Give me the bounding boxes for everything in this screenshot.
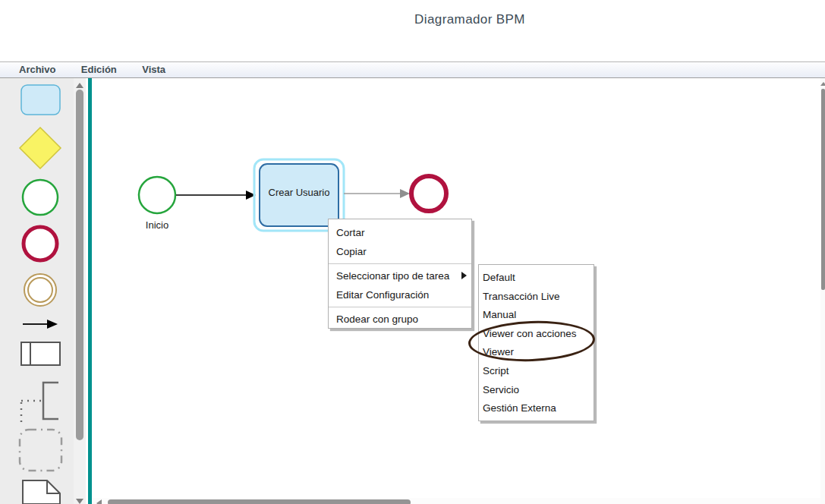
palette-scrollbar[interactable] bbox=[74, 78, 86, 504]
sequence-flow-2[interactable] bbox=[344, 189, 410, 198]
sequence-flow-arrowhead-icon bbox=[47, 320, 58, 329]
gateway-tool[interactable] bbox=[20, 128, 61, 169]
submenu-item-script[interactable]: Script bbox=[479, 362, 594, 381]
submenu-item-viewer-con-acciones[interactable]: Viewer con acciones bbox=[479, 325, 594, 344]
group-tool[interactable] bbox=[20, 430, 61, 471]
end-event-icon[interactable] bbox=[24, 227, 57, 260]
submenu-item-default[interactable]: Default bbox=[479, 269, 594, 288]
menu-bar: Archivo Edición Vista bbox=[0, 61, 825, 78]
task-tool[interactable] bbox=[21, 85, 60, 115]
context-menu: Cortar Copiar Seleccionar tipo de tarea … bbox=[328, 219, 472, 329]
canvas-vertical-scrollbar[interactable] bbox=[820, 78, 825, 504]
context-menu-item-seleccionar-tipo[interactable]: Seleccionar tipo de tarea bbox=[329, 266, 471, 285]
context-menu-item-editar-configuracion[interactable]: Editar Configuración bbox=[329, 285, 471, 304]
canvas-horizontal-scrollbar[interactable] bbox=[92, 498, 820, 504]
title-bar: Diagramador BPM bbox=[0, 0, 825, 61]
start-event-icon[interactable] bbox=[23, 180, 58, 215]
sequence-flow-tool[interactable] bbox=[23, 320, 58, 329]
intermediate-event-tool[interactable] bbox=[24, 274, 56, 306]
scroll-left-icon[interactable] bbox=[96, 499, 102, 504]
app-title: Diagramador BPM bbox=[414, 12, 525, 27]
lane-rect-icon[interactable] bbox=[21, 342, 60, 365]
submenu-item-manual[interactable]: Manual bbox=[479, 306, 594, 325]
end-event-tool[interactable] bbox=[24, 227, 57, 260]
intermediate-event-inner-ring bbox=[28, 278, 52, 302]
context-menu-item-rodear-con-grupo[interactable]: Rodear con grupo bbox=[329, 310, 471, 329]
lane-tool[interactable] bbox=[21, 342, 60, 365]
shape-palette bbox=[0, 78, 74, 504]
context-menu-item-cortar[interactable]: Cortar bbox=[329, 223, 471, 242]
menu-edicion[interactable]: Edición bbox=[81, 62, 117, 77]
task-label: Crear Usuario bbox=[269, 187, 330, 198]
data-object-tool[interactable] bbox=[23, 480, 60, 504]
context-menu-item-copiar[interactable]: Copiar bbox=[329, 242, 471, 261]
submenu-item-gestion-externa[interactable]: Gestión Externa bbox=[479, 399, 594, 418]
task-shape-icon[interactable] bbox=[21, 85, 60, 115]
submenu-item-servicio[interactable]: Servicio bbox=[479, 381, 594, 400]
scroll-up-icon[interactable] bbox=[76, 83, 83, 88]
menu-separator bbox=[329, 263, 471, 264]
start-event-label: Inicio bbox=[146, 219, 168, 231]
group-dashed-rect-icon[interactable] bbox=[20, 430, 61, 471]
submenu-item-viewer[interactable]: Viewer bbox=[479, 343, 594, 362]
context-menu-item-label: Seleccionar tipo de tarea bbox=[336, 270, 449, 282]
submenu-item-transaccion-live[interactable]: Transacción Live bbox=[479, 288, 594, 307]
flow2-arrowhead-icon bbox=[400, 189, 410, 198]
submenu-arrow-icon bbox=[461, 272, 467, 279]
sequence-flow-1[interactable] bbox=[176, 191, 256, 200]
scroll-down-icon[interactable] bbox=[76, 499, 83, 504]
task-type-submenu: Default Transacción Live Manual Viewer c… bbox=[478, 264, 594, 421]
end-event-circle[interactable] bbox=[411, 176, 446, 211]
start-event-tool[interactable] bbox=[23, 180, 58, 215]
scroll-up-icon[interactable] bbox=[820, 82, 825, 86]
horizontal-scrollbar-thumb[interactable] bbox=[108, 499, 411, 504]
end-event-node[interactable] bbox=[411, 176, 446, 211]
link-bracket-icon[interactable] bbox=[43, 383, 58, 419]
start-event-circle[interactable] bbox=[139, 177, 175, 213]
palette-scrollbar-thumb[interactable] bbox=[76, 90, 83, 440]
start-event-node[interactable]: Inicio bbox=[139, 177, 175, 231]
vertical-scrollbar-thumb[interactable] bbox=[821, 89, 825, 290]
data-object-page-icon[interactable] bbox=[23, 480, 60, 504]
menu-archivo[interactable]: Archivo bbox=[19, 62, 55, 77]
gateway-diamond-icon[interactable] bbox=[20, 128, 61, 169]
link-tool[interactable] bbox=[21, 383, 58, 424]
menu-separator bbox=[329, 307, 471, 307]
menu-vista[interactable]: Vista bbox=[142, 62, 165, 77]
